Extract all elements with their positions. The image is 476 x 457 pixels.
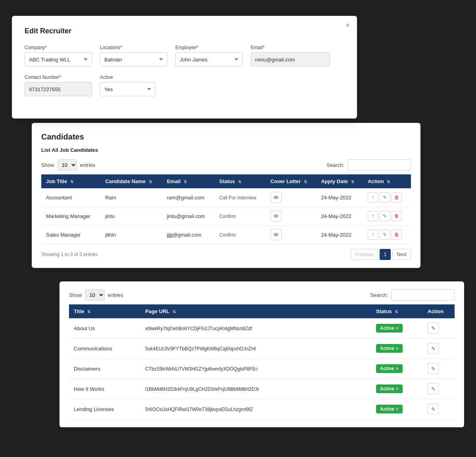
- page-url-cell: 5uk4EUc3V9FYTbBQz7PWgKM6qCajfAipvhOJnZHl: [140, 338, 371, 359]
- entries-label: entries: [80, 162, 96, 168]
- th-job-title[interactable]: Job Title ⇅: [41, 174, 100, 188]
- cover-letter-cell: [266, 226, 317, 244]
- th-page-action[interactable]: Action: [423, 304, 455, 318]
- list-all-label: List All Job Candidates: [41, 147, 411, 153]
- sort-page-status-icon: ⇅: [395, 310, 398, 314]
- status-badge[interactable]: Active ∨: [376, 324, 403, 333]
- eye-button[interactable]: [271, 210, 282, 222]
- pages-search-box: Search:: [370, 289, 455, 300]
- table-row: Accountant Ram ram@gmail.com Call For In…: [41, 188, 411, 207]
- page-title-cell: How It Works: [69, 379, 140, 399]
- edit-button[interactable]: ✎: [380, 229, 390, 240]
- sort-cover-letter-icon: ⇅: [304, 180, 307, 184]
- edit-button[interactable]: ✎: [380, 192, 390, 203]
- action-cell: ↑ ✎ 🗑: [363, 226, 411, 244]
- status-badge[interactable]: Active ∨: [376, 344, 403, 353]
- email-field-group: Email*: [251, 45, 330, 67]
- delete-button[interactable]: 🗑: [392, 192, 402, 203]
- company-field-group: Company* ABC Trading WLL: [25, 45, 92, 67]
- upload-button[interactable]: ↑: [368, 211, 378, 221]
- status-badge[interactable]: Active ∨: [376, 405, 403, 413]
- form-row-2: Contact Number* Active Yes: [25, 75, 344, 96]
- pages-search-input[interactable]: [391, 289, 455, 300]
- page-status-cell: Active ∨: [371, 359, 423, 379]
- company-select[interactable]: ABC Trading WLL: [25, 52, 92, 67]
- employee-field-group: Employee* John James: [175, 45, 243, 67]
- employee-select[interactable]: John James: [175, 52, 243, 67]
- page-action-cell: ✎: [423, 379, 455, 399]
- page-title-cell: About Us: [69, 318, 140, 338]
- active-field-group: Active Yes: [100, 75, 155, 96]
- show-entries-select[interactable]: 10: [58, 159, 77, 170]
- upload-button[interactable]: ↑: [368, 192, 378, 203]
- th-status[interactable]: Status ⇅: [215, 174, 266, 188]
- list-item: How It Works l1BbMd6H2D3rkFnjU9LgCH2D3rk…: [69, 379, 455, 399]
- company-label: Company*: [25, 45, 92, 50]
- chevron-down-icon: ∨: [396, 346, 399, 350]
- pages-show-entries: Show 10 entries: [69, 289, 123, 300]
- pages-show-entries-select[interactable]: 10: [85, 289, 105, 300]
- th-cover-letter[interactable]: Cover Letter ⇅: [266, 174, 317, 188]
- svg-point-1: [275, 197, 277, 199]
- delete-button[interactable]: 🗑: [392, 211, 402, 221]
- status-badge[interactable]: Active ∨: [376, 364, 403, 373]
- search-input[interactable]: [347, 159, 411, 170]
- edit-page-button[interactable]: ✎: [428, 383, 439, 394]
- delete-button[interactable]: 🗑: [392, 229, 402, 240]
- edit-button[interactable]: ✎: [380, 211, 390, 221]
- email-input[interactable]: [251, 52, 330, 67]
- th-page-title[interactable]: Title ⇅: [69, 304, 140, 318]
- page-action-cell: ✎: [423, 399, 455, 419]
- action-buttons: ↑ ✎ 🗑: [368, 229, 406, 240]
- status-badge[interactable]: Active ∨: [376, 384, 403, 393]
- employee-label: Employee*: [175, 45, 243, 50]
- cover-letter-cell: [266, 207, 317, 226]
- th-apply-date[interactable]: Apply Date ⇅: [316, 174, 363, 188]
- candidate-name-cell: jithin: [100, 226, 162, 244]
- page-title-cell: Lending Licenses: [69, 399, 140, 419]
- upload-button[interactable]: ↑: [368, 229, 378, 240]
- th-candidate-name[interactable]: Candidate Name ⇅: [100, 174, 162, 188]
- page-status-cell: Active ∨: [371, 379, 423, 399]
- pages-panel: Show 10 entries Search: Title ⇅ Page URL…: [60, 281, 464, 427]
- th-page-url[interactable]: Page URL ⇅: [140, 304, 371, 318]
- th-page-status[interactable]: Status ⇅: [371, 304, 423, 318]
- page-title-cell: Disclaimers: [69, 359, 140, 379]
- locations-select[interactable]: Bahrain: [100, 52, 167, 67]
- email-cell: ram@gmail.com: [162, 188, 215, 207]
- action-buttons: ↑ ✎ 🗑: [368, 192, 406, 203]
- action-buttons: ↑ ✎ 🗑: [368, 211, 406, 221]
- list-item: Lending Licenses 5r6OCsUoHQFiRwl17W0eT38…: [69, 399, 455, 419]
- previous-page-button[interactable]: Previous: [351, 249, 378, 260]
- th-action[interactable]: Action ⇅: [363, 174, 411, 188]
- edit-page-button[interactable]: ✎: [428, 403, 439, 415]
- contact-number-input[interactable]: [25, 82, 92, 96]
- table-row: Marketing Manager jintu jintu@gmail.com …: [41, 207, 411, 226]
- page-1-button[interactable]: 1: [380, 249, 391, 260]
- eye-button[interactable]: [271, 229, 282, 240]
- edit-recruiter-modal: × Edit Recruiter Company* ABC Trading WL…: [12, 16, 357, 119]
- email-cell: jintu@gmail.com: [162, 207, 215, 226]
- page-action-cell: ✎: [423, 338, 455, 359]
- active-select[interactable]: Yes: [100, 82, 155, 96]
- action-cell: ↑ ✎ 🗑: [363, 207, 411, 226]
- sort-status-icon: ⇅: [238, 180, 241, 184]
- sort-email-icon: ⇅: [184, 180, 187, 184]
- sort-candidate-name-icon: ⇅: [149, 180, 152, 184]
- eye-button[interactable]: [271, 192, 282, 203]
- list-item: About Us xl9wkRy7tqOehBo6YCDjFG2JTucpKI4…: [69, 318, 455, 338]
- chevron-down-icon: ∨: [396, 326, 399, 330]
- edit-page-button[interactable]: ✎: [428, 323, 439, 334]
- edit-page-button[interactable]: ✎: [428, 363, 439, 374]
- pages-entries-label: entries: [108, 292, 123, 298]
- page-status-cell: Active ∨: [371, 399, 423, 419]
- job-title-cell: Marketing Manager: [41, 207, 100, 226]
- next-page-button[interactable]: Next: [392, 249, 411, 260]
- status-cell: Call For Interview: [215, 188, 266, 207]
- page-url-cell: l1BbMd6H2D3rkFnjU9LgCH2D3rkFnjU9BbMd6H2D…: [140, 379, 371, 399]
- close-button[interactable]: ×: [345, 21, 350, 30]
- edit-page-button[interactable]: ✎: [428, 343, 439, 354]
- page-status-cell: Active ∨: [371, 338, 423, 359]
- chevron-down-icon: ∨: [396, 387, 399, 391]
- th-email[interactable]: Email ⇅: [162, 174, 215, 188]
